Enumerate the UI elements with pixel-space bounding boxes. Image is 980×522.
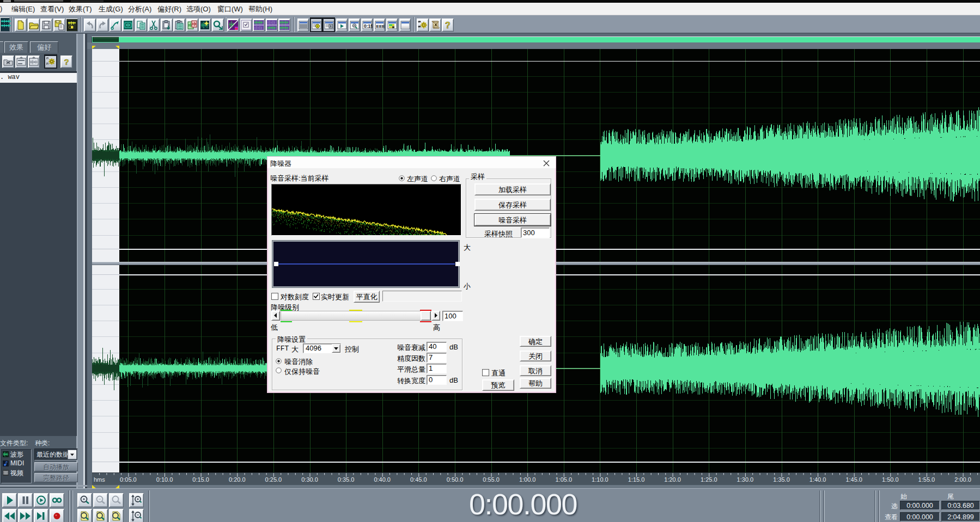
svg-text:1:30.0: 1:30.0 xyxy=(737,476,754,483)
svg-text:1:10.0: 1:10.0 xyxy=(592,476,608,483)
svg-text:0:55.0: 0:55.0 xyxy=(483,476,500,483)
svg-text:0:30.0: 0:30.0 xyxy=(301,476,318,483)
svg-text:hms: hms xyxy=(94,476,105,483)
svg-text:0:45.0: 0:45.0 xyxy=(410,476,427,483)
svg-text:1:00.0: 1:00.0 xyxy=(519,476,536,483)
svg-text:1:50.0: 1:50.0 xyxy=(882,476,899,483)
svg-text:1:20.0: 1:20.0 xyxy=(664,476,681,483)
svg-text:1:25.0: 1:25.0 xyxy=(701,476,717,483)
svg-text:1:15.0: 1:15.0 xyxy=(628,476,645,483)
svg-text:0:35.0: 0:35.0 xyxy=(338,476,355,483)
svg-text:EEE: EEE xyxy=(376,23,385,28)
svg-text:0:50.0: 0:50.0 xyxy=(447,476,464,483)
svg-text:0:05.0: 0:05.0 xyxy=(120,476,137,483)
svg-text:?: ? xyxy=(445,21,451,30)
svg-text:1:35.0: 1:35.0 xyxy=(773,476,790,483)
svg-text:0:10.0: 0:10.0 xyxy=(156,476,173,483)
svg-text:0:20.0: 0:20.0 xyxy=(229,476,246,483)
svg-text:1:40.0: 1:40.0 xyxy=(809,476,826,483)
svg-text:1:55.0: 1:55.0 xyxy=(918,476,935,483)
svg-text:1:05.0: 1:05.0 xyxy=(556,476,573,483)
svg-text:0:15.0: 0:15.0 xyxy=(192,476,209,483)
svg-text:2:00.0: 2:00.0 xyxy=(954,476,971,483)
svg-text:0:25.0: 0:25.0 xyxy=(265,476,282,483)
svg-text:?: ? xyxy=(64,57,69,66)
svg-text:0:15: 0:15 xyxy=(364,23,373,29)
svg-text:0:40.0: 0:40.0 xyxy=(374,476,391,483)
svg-text:1:45.0: 1:45.0 xyxy=(845,476,862,483)
